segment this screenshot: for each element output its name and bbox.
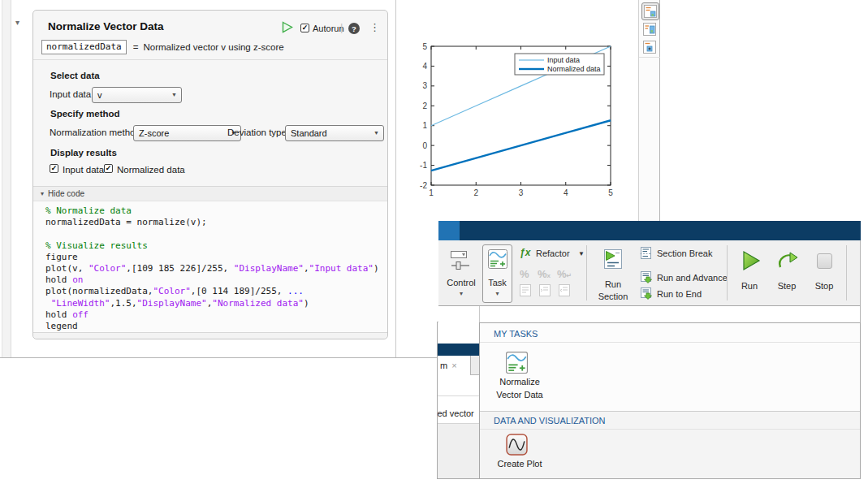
run-to-end-icon <box>640 287 653 300</box>
step-button[interactable]: Step <box>770 245 804 302</box>
overflow-menu-icon[interactable]: ⋮ <box>369 21 380 33</box>
fx-icon: ƒx <box>520 247 530 258</box>
y-tick-label: 4 <box>422 62 427 71</box>
document-titlebar <box>438 344 479 356</box>
item-label-line1: Normalize <box>486 377 553 387</box>
run-to-end-button[interactable]: Run to End <box>640 287 745 302</box>
x-tick-label: 3 <box>519 188 524 197</box>
indent-icon-disabled[interactable] <box>539 284 551 296</box>
deviation-type-value: Standard <box>291 128 327 138</box>
gallery-section-data-and-visualization: DATA AND VISUALIZATION Create Plot <box>480 411 860 478</box>
task-label: Task <box>483 278 512 287</box>
control-icon <box>450 250 473 271</box>
toolstrip-lower-strip <box>438 306 861 322</box>
hide-code-toggle[interactable]: ▾ Hide code <box>33 186 387 201</box>
live-task-panel: Normalize Vector Data ✓ Autorun | ? ⋮ no… <box>32 10 388 339</box>
group-separator <box>846 245 847 300</box>
task-panel-footer <box>33 332 387 339</box>
output-variable-field[interactable]: normalizedData <box>41 40 127 54</box>
input-data-value: v <box>97 90 102 100</box>
task-gallery-button[interactable]: Task ▾ <box>482 244 512 303</box>
code-line: % Visualize results <box>45 240 379 252</box>
x-tick-label: 2 <box>473 188 478 197</box>
step-label: Step <box>770 281 804 291</box>
layout-output-right-button[interactable] <box>641 21 658 37</box>
autorun-checkbox[interactable]: ✓ <box>300 24 309 32</box>
check-icon: ✓ <box>302 24 309 32</box>
control-label: Control <box>442 278 481 287</box>
document-tab[interactable]: m × <box>438 356 471 375</box>
y-tick-label: 0 <box>422 141 427 150</box>
normalization-method-value: Z-score <box>139 128 169 138</box>
code-line: plot(normalizedData,"Color",[0 114 189]/… <box>45 286 379 297</box>
legend-entry-label: Normalized data <box>547 65 601 73</box>
task-icon <box>506 352 528 374</box>
section-break-button[interactable]: Section Break <box>640 247 745 261</box>
code-line: figure <box>45 252 379 263</box>
run-icon <box>741 250 761 271</box>
comment-button-disabled[interactable]: % <box>520 266 529 281</box>
equals-sign: = <box>133 42 139 52</box>
normalization-method-dropdown[interactable]: Z-score ▼ <box>133 125 241 141</box>
y-tick-label: 5 <box>422 42 427 51</box>
gallery-section-title-my-tasks: MY TASKS <box>494 329 538 339</box>
help-icon[interactable]: ? <box>348 23 360 34</box>
display-input-checkbox[interactable]: ✓ <box>50 164 58 173</box>
y-tick-label: -2 <box>420 181 427 190</box>
wrap-comments-button-disabled[interactable]: %↵ <box>557 266 572 281</box>
uncomment-button-disabled[interactable]: %x <box>538 266 551 281</box>
task-summary: Normalized vector v using z-score <box>143 42 283 52</box>
layout-inline-button[interactable] <box>641 2 659 20</box>
section-break-label: Section Break <box>657 248 712 258</box>
gallery-item-normalize-vector-data[interactable]: Normalize Vector Data <box>494 352 545 408</box>
run-and-advance-icon <box>640 271 653 283</box>
titlebar-accent-block <box>438 221 460 240</box>
code-line: "LineWidth",1.5,"DisplayName","Normalize… <box>45 298 379 309</box>
percent-wrap-icon: %↵ <box>557 268 572 280</box>
layout-hide-code-button[interactable] <box>641 39 658 55</box>
figure-plot[interactable]: 12345-2-1012345Input dataNormalized data <box>410 37 625 199</box>
percent-x-icon: %x <box>538 268 551 280</box>
refactor-button[interactable]: ƒx Refactor ▼ <box>520 247 586 261</box>
chevron-down-icon: ▾ <box>483 290 512 297</box>
stop-label: Stop <box>808 281 840 291</box>
hide-code-label: Hide code <box>48 189 84 198</box>
run-button[interactable]: Run <box>733 245 766 302</box>
run-and-advance-button[interactable]: Run and Advance <box>640 271 745 286</box>
chevron-down-icon: ▾ <box>442 290 481 297</box>
code-block: % Normalize datanormalizedData = normali… <box>45 205 379 332</box>
task-icon <box>488 249 507 269</box>
editor-output-divider[interactable] <box>395 0 396 357</box>
outdent-icon-disabled[interactable] <box>559 284 570 296</box>
close-icon[interactable]: × <box>451 361 456 370</box>
select-data-header: Select data <box>50 71 100 80</box>
document-panel <box>438 424 479 479</box>
run-and-advance-label: Run and Advance <box>657 273 728 283</box>
display-normalized-label: Normalized data <box>117 165 185 175</box>
generated-code-area[interactable]: % Normalize datanormalizedData = normali… <box>33 201 387 332</box>
gallery-item-create-plot[interactable]: Create Plot <box>494 434 545 478</box>
section-collapse-icon[interactable]: ▾ <box>15 18 19 27</box>
run-task-icon[interactable] <box>282 21 293 33</box>
gallery-edge <box>479 306 480 322</box>
run-section-icon <box>602 248 624 270</box>
code-line: % Normalize data <box>45 205 379 217</box>
align-doc-icon-disabled[interactable] <box>520 284 531 296</box>
x-tick-label: 1 <box>429 188 434 197</box>
chevron-down-icon: ▼ <box>578 250 585 257</box>
stop-button-disabled[interactable]: Stop <box>808 245 840 302</box>
refactor-label: Refactor <box>536 248 570 258</box>
run-section-button[interactable]: Run Section <box>591 245 635 302</box>
y-tick-label: 2 <box>422 102 427 110</box>
input-data-dropdown[interactable]: v ▼ <box>92 87 182 103</box>
editor-left-gutter <box>2 0 11 357</box>
control-button[interactable]: Control ▾ <box>442 245 481 302</box>
layout-hide-code-icon <box>643 41 656 54</box>
display-normalized-checkbox[interactable]: ✓ <box>104 164 113 173</box>
input-data-label: Input data <box>50 89 91 99</box>
output-variable-row: normalizedData = Normalized vector v usi… <box>41 40 284 54</box>
deviation-type-dropdown[interactable]: Standard ▼ <box>285 125 384 141</box>
autorun-label: Autorun <box>313 24 344 33</box>
check-icon: ✓ <box>106 165 112 172</box>
task-title: Normalize Vector Data <box>48 20 164 32</box>
